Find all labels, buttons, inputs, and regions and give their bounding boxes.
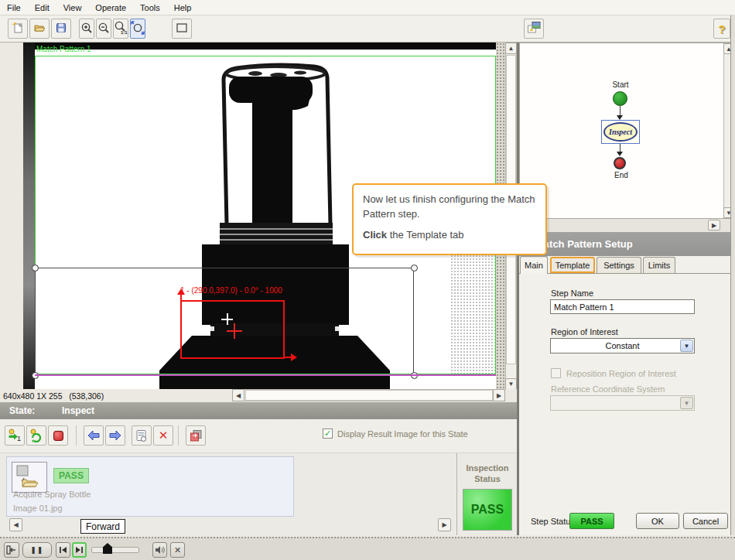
tutorial-instruction: Click the Template tab bbox=[363, 228, 536, 243]
window-edge-scrollbar[interactable] bbox=[730, 15, 735, 535]
zoom-out-icon bbox=[97, 22, 111, 36]
checkbox-checked-icon[interactable]: ✓ bbox=[323, 429, 333, 439]
clipboard-hand-icon bbox=[135, 429, 148, 442]
close-tutorial-button[interactable]: ✕ bbox=[170, 542, 185, 558]
previous-state-button[interactable] bbox=[84, 425, 104, 446]
menu-operate[interactable]: Operate bbox=[88, 1, 133, 15]
end-node-label: End bbox=[604, 171, 638, 179]
help-button[interactable]: ? bbox=[713, 19, 730, 39]
menu-help[interactable]: Help bbox=[167, 1, 199, 15]
roi-dropdown-value: Constant bbox=[605, 341, 639, 350]
reposition-label: Reposition Region of Interest bbox=[566, 369, 676, 378]
scroll-right-icon[interactable]: ▶ bbox=[493, 389, 505, 401]
match-pattern-setup-panel: Match Pattern Setup Main Template Settin… bbox=[519, 232, 735, 535]
run-inspection-once-button[interactable]: 1 bbox=[5, 425, 25, 446]
ref-coord-label: Reference Coordinate System bbox=[551, 384, 665, 394]
speed-slider-track[interactable] bbox=[91, 547, 139, 553]
menu-tools[interactable]: Tools bbox=[133, 1, 167, 15]
match-result-box bbox=[180, 300, 285, 359]
zoom-1to1-icon: 1:1 bbox=[114, 21, 128, 36]
new-inspection-button[interactable] bbox=[8, 19, 28, 39]
inspect-node[interactable]: Inspect bbox=[603, 122, 638, 142]
start-node-label: Start bbox=[603, 80, 638, 89]
roi-rectangle-tool-button[interactable] bbox=[172, 19, 192, 39]
open-inspection-button[interactable] bbox=[29, 19, 50, 39]
playback-bar: ❚❚ ✕ bbox=[0, 537, 735, 560]
tab-template[interactable]: Template bbox=[550, 257, 595, 273]
zoom-out-button[interactable] bbox=[96, 19, 111, 39]
save-button[interactable] bbox=[51, 19, 71, 39]
start-node[interactable] bbox=[613, 91, 627, 106]
zoom-to-fit-icon bbox=[131, 21, 145, 36]
switch-state-icon bbox=[190, 429, 203, 442]
divider bbox=[456, 453, 457, 535]
pause-button[interactable]: ❚❚ bbox=[22, 542, 52, 558]
scroll-left-icon[interactable]: ◀ bbox=[232, 389, 244, 401]
exit-icon bbox=[6, 545, 17, 555]
cursor-coordinates: (538,306) bbox=[69, 391, 104, 401]
svg-text:1: 1 bbox=[17, 435, 21, 442]
next-state-button[interactable] bbox=[105, 425, 125, 446]
zoom-in-icon bbox=[80, 22, 94, 36]
reposition-checkbox[interactable] bbox=[551, 368, 561, 378]
ref-coord-dropdown: ▼ bbox=[550, 395, 695, 411]
chevron-down-icon: ▼ bbox=[680, 397, 693, 409]
close-icon: ✕ bbox=[174, 545, 181, 555]
roi-label: Region of Interest bbox=[551, 327, 618, 336]
image-horizontal-scrollbar[interactable]: ◀ ▶ bbox=[232, 389, 505, 401]
step-status-label: Step Status bbox=[531, 517, 575, 526]
state-diagram-panel[interactable]: Start Inspect End ▲ ▼ bbox=[519, 43, 735, 219]
roi-dropdown[interactable]: Constant ▼ bbox=[550, 338, 695, 353]
blue-right-arrow-icon bbox=[108, 430, 122, 441]
state-label: State: bbox=[9, 405, 35, 416]
next-frame-button[interactable] bbox=[72, 542, 87, 558]
flow-arrow-icon bbox=[617, 152, 623, 156]
image-size-indicator: 640x480 1X 255 bbox=[3, 391, 62, 401]
select-step-button[interactable] bbox=[132, 425, 152, 446]
menu-edit[interactable]: Edit bbox=[28, 1, 56, 15]
zoom-to-fit-button[interactable] bbox=[130, 19, 145, 39]
help-icon: ? bbox=[718, 22, 725, 36]
run-inspection-loop-button[interactable] bbox=[26, 425, 46, 446]
previous-frame-button[interactable] bbox=[56, 542, 70, 558]
diagram-scroll-right-icon[interactable]: ▶ bbox=[708, 220, 720, 230]
cancel-button[interactable]: Cancel bbox=[683, 513, 728, 529]
chevron-down-icon[interactable]: ▼ bbox=[680, 340, 693, 352]
audio-button[interactable] bbox=[152, 542, 167, 558]
speed-slider-thumb[interactable] bbox=[103, 543, 112, 554]
vision-builder-window: { "menu": { "items": ["File","Edit","Vie… bbox=[0, 0, 735, 560]
setup-main-tab-content: Step Name Region of Interest Constant ▼ … bbox=[519, 273, 735, 508]
roi-handle-topleft[interactable] bbox=[32, 265, 39, 271]
tab-limits[interactable]: Limits bbox=[643, 257, 675, 273]
menu-file[interactable]: File bbox=[0, 1, 28, 15]
inspect-node-selection[interactable]: Inspect bbox=[601, 120, 640, 144]
ok-button[interactable]: OK bbox=[636, 513, 679, 529]
delete-icon: ✕ bbox=[159, 429, 169, 442]
step-name-input[interactable] bbox=[550, 299, 695, 314]
display-result-label: Display Result Image for this State bbox=[337, 429, 468, 439]
step-item[interactable]: PASS Acquire Spray Bottle Image 01.jpg bbox=[6, 456, 294, 517]
save-floppy-icon bbox=[55, 22, 67, 36]
menu-view[interactable]: View bbox=[56, 1, 89, 15]
tab-main[interactable]: Main bbox=[520, 256, 548, 274]
inspection-status-label: InspectionStatus bbox=[458, 463, 517, 484]
delete-step-button[interactable]: ✕ bbox=[153, 425, 173, 446]
zoom-in-button[interactable] bbox=[79, 19, 94, 39]
display-result-checkbox-row[interactable]: ✓ Display Result Image for this State bbox=[323, 429, 468, 439]
scroll-down-icon[interactable]: ▼ bbox=[505, 378, 517, 390]
zoom-1to1-button[interactable]: 1:1 bbox=[113, 19, 128, 39]
step-name-line1: Acquire Spray Bottle bbox=[13, 490, 91, 499]
setup-bottom-bar: Step Status PASS OK Cancel bbox=[519, 508, 735, 535]
tab-settings[interactable]: Settings bbox=[597, 257, 641, 273]
end-node[interactable] bbox=[614, 157, 626, 169]
toggle-state-view-button[interactable] bbox=[186, 425, 206, 446]
stop-inspection-button[interactable] bbox=[48, 425, 68, 446]
steps-scroll-right-icon[interactable]: ▶ bbox=[438, 518, 451, 531]
step-name-line2: Image 01.jpg bbox=[13, 504, 63, 513]
switch-view-button[interactable] bbox=[524, 19, 544, 39]
roi-handle-topright[interactable] bbox=[411, 265, 418, 271]
scroll-up-icon[interactable]: ▲ bbox=[505, 43, 517, 54]
state-toolbar: 1 ✕ ✓ Display Result Image for this Stat… bbox=[0, 419, 517, 453]
exit-tutorial-button[interactable] bbox=[4, 542, 19, 558]
steps-scroll-left-icon[interactable]: ◀ bbox=[9, 518, 22, 531]
